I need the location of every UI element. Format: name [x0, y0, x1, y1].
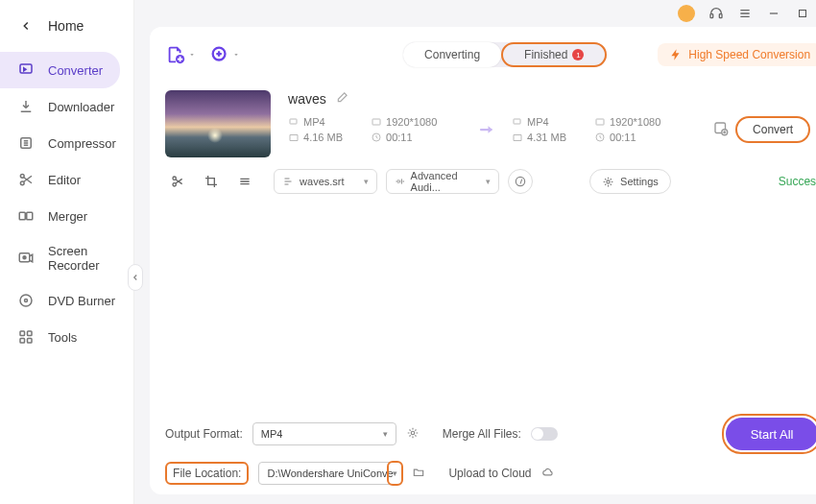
upload-label: Upload to Cloud — [448, 467, 531, 480]
main: Converting Finished 1 High Speed Convers… — [134, 0, 816, 504]
output-format-select[interactable]: MP4 ▾ — [252, 422, 396, 445]
sidebar-item-label: DVD Burner — [48, 294, 115, 308]
src-duration: 00:11 — [371, 132, 462, 143]
svg-point-28 — [173, 183, 176, 186]
sidebar-item-tools[interactable]: Tools — [0, 319, 133, 355]
svg-rect-13 — [28, 339, 33, 344]
chevron-left-icon — [17, 17, 35, 35]
open-folder-icon[interactable] — [412, 466, 425, 482]
svg-point-2 — [20, 174, 24, 178]
svg-rect-19 — [290, 119, 297, 124]
svg-rect-21 — [514, 119, 520, 124]
output-format-label: Output Format: — [165, 427, 243, 441]
merge-label: Merge All Files: — [443, 427, 521, 441]
info-button[interactable] — [508, 169, 533, 194]
dst-duration: 00:11 — [594, 132, 685, 143]
file-location-caret-highlight[interactable]: ▾ — [387, 461, 403, 486]
tab-converting[interactable]: Converting — [403, 42, 501, 67]
file-location-label-highlight: File Location: — [165, 462, 249, 485]
svg-point-31 — [411, 431, 415, 435]
sidebar-item-screen-recorder[interactable]: Screen Recorder — [0, 234, 133, 282]
sidebar-item-downloader[interactable]: Downloader — [0, 88, 133, 125]
src-format: MP4 — [288, 116, 365, 128]
subtitle-value: waves.srt — [300, 176, 344, 187]
settings-button[interactable]: Settings — [589, 169, 671, 194]
sidebar-item-dvd-burner[interactable]: DVD Burner — [0, 282, 133, 319]
more-button[interactable] — [232, 170, 257, 193]
minimize-button[interactable] — [766, 6, 781, 21]
toolbar: Converting Finished 1 High Speed Convers… — [165, 40, 816, 69]
sidebar-item-merger[interactable]: Merger — [0, 198, 133, 234]
sidebar: Home Converter Downloader Compressor Edi… — [0, 0, 134, 504]
svg-rect-15 — [719, 14, 722, 18]
effects-icon[interactable] — [712, 120, 730, 139]
chevron-down-icon: ▾ — [383, 429, 388, 439]
disc-icon — [17, 292, 35, 309]
svg-rect-16 — [800, 11, 806, 17]
file-location-select[interactable]: D:\Wondershare UniConverter 1 ▾ — [258, 462, 402, 485]
svg-rect-22 — [596, 119, 604, 125]
sidebar-item-label: Editor — [48, 173, 81, 187]
svg-rect-20 — [372, 119, 380, 125]
sidebar-item-converter[interactable]: Converter — [0, 52, 120, 88]
maximize-button[interactable] — [795, 6, 810, 21]
src-size: 4.16 MB — [288, 132, 365, 143]
merge-toggle[interactable] — [531, 427, 558, 441]
svg-point-29 — [516, 177, 524, 185]
crop-button[interactable] — [199, 170, 224, 193]
audio-value: Advanced Audi... — [411, 170, 480, 193]
dst-format: MP4 — [512, 116, 588, 128]
file-meta: waves MP4 1920*1080 MP4 1920*1080 Conver… — [288, 90, 816, 157]
video-thumbnail[interactable] — [165, 90, 271, 157]
tab-finished[interactable]: Finished 1 — [501, 42, 607, 67]
edit-name-icon[interactable] — [336, 90, 349, 107]
settings-label: Settings — [620, 176, 659, 187]
sidebar-item-label: Screen Recorder — [48, 244, 116, 273]
sidebar-collapse[interactable] — [128, 264, 143, 291]
headset-icon[interactable] — [708, 6, 724, 21]
subtitle-select[interactable]: waves.srt ▾ — [274, 169, 377, 194]
high-speed-button[interactable]: High Speed Conversion — [658, 43, 816, 66]
sidebar-item-label: Tools — [48, 330, 77, 345]
cloud-icon[interactable] — [541, 466, 555, 482]
add-file-button[interactable] — [165, 40, 196, 69]
avatar[interactable] — [678, 5, 695, 22]
sidebar-nav: Converter Downloader Compressor Editor M… — [0, 52, 133, 355]
file-controls: waves.srt ▾ Advanced Audi... ▾ Settings … — [165, 169, 816, 194]
menu-icon[interactable] — [737, 6, 753, 21]
dst-size: 4.31 MB — [512, 132, 588, 143]
svg-rect-14 — [710, 14, 713, 18]
dst-resolution: 1920*1080 — [594, 116, 685, 128]
svg-rect-4 — [19, 212, 25, 220]
sidebar-item-editor[interactable]: Editor — [0, 161, 133, 198]
svg-rect-12 — [20, 339, 25, 344]
start-all-button[interactable]: Start All — [726, 418, 816, 450]
sidebar-item-compressor[interactable]: Compressor — [0, 125, 133, 161]
tab-label: Converting — [424, 48, 480, 61]
trim-button[interactable] — [165, 170, 190, 193]
back-home[interactable]: Home — [0, 8, 133, 44]
convert-button[interactable]: Convert — [735, 116, 810, 143]
status-text: Success — [779, 175, 816, 188]
titlebar — [134, 0, 816, 27]
svg-point-7 — [23, 256, 26, 259]
add-url-button[interactable] — [209, 40, 240, 69]
arrow-icon — [468, 121, 506, 138]
format-settings-icon[interactable] — [406, 426, 420, 443]
file-location-value: D:\Wondershare UniConverter 1 — [267, 468, 394, 479]
scissors-icon — [17, 171, 35, 188]
sidebar-item-label: Merger — [48, 209, 87, 224]
sidebar-item-label: Converter — [48, 63, 103, 78]
merge-icon — [17, 207, 35, 225]
chevron-down-icon: ▾ — [364, 177, 369, 186]
finished-badge: 1 — [572, 49, 584, 60]
record-icon — [17, 250, 35, 267]
src-resolution: 1920*1080 — [371, 116, 462, 128]
converter-icon — [17, 61, 35, 79]
svg-point-27 — [173, 177, 176, 180]
svg-rect-10 — [20, 331, 25, 336]
svg-point-30 — [607, 180, 610, 182]
start-all-highlight: Start All — [722, 414, 816, 454]
audio-select[interactable]: Advanced Audi... ▾ — [386, 169, 499, 194]
chevron-down-icon: ▾ — [486, 177, 491, 186]
